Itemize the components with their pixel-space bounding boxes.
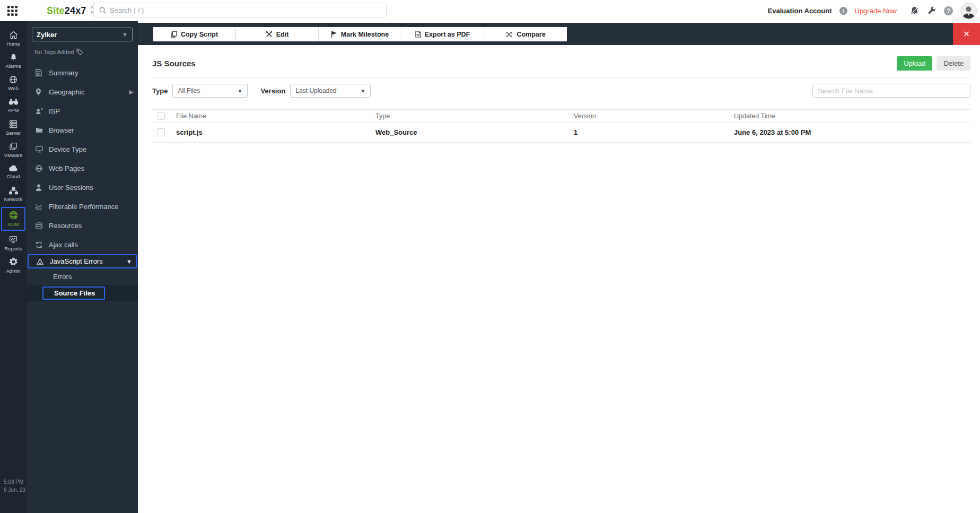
sidebar-subitem-source-files[interactable]: Source Files bbox=[27, 285, 138, 301]
rail-item-cloud[interactable]: Cloud bbox=[1, 161, 25, 183]
chevron-down-icon: ▼ bbox=[122, 31, 128, 38]
grid-dots-icon bbox=[7, 6, 18, 16]
version-filter-dropdown[interactable]: Last Uploaded ▼ bbox=[290, 84, 371, 98]
sidebar-item-label: Filterable Performance bbox=[49, 203, 119, 211]
delete-button[interactable]: Delete bbox=[937, 56, 970, 71]
mark-milestone-button[interactable]: Mark Milestone bbox=[319, 27, 401, 41]
rail-item-label: VMware bbox=[4, 152, 23, 158]
monitor-name: Zylker bbox=[37, 31, 57, 39]
global-search-input[interactable] bbox=[110, 6, 364, 14]
tools-wrench-icon[interactable] bbox=[927, 6, 937, 15]
page-header: JS Sources Upload Delete bbox=[152, 56, 970, 71]
upload-button[interactable]: Upload bbox=[897, 56, 932, 71]
module-rail: Home Alarms Web APM Server VMware Cloud bbox=[0, 21, 27, 513]
rail-item-rum[interactable]: RUM bbox=[1, 207, 25, 231]
sidebar-item-resources[interactable]: Resources bbox=[27, 216, 138, 235]
sidebar-item-label: ISP bbox=[49, 107, 60, 115]
toolbar-button-label: Edit bbox=[276, 31, 289, 38]
sidebar-item-ajax-calls[interactable]: Ajax calls bbox=[27, 235, 138, 254]
document-icon bbox=[36, 69, 43, 76]
select-all-checkbox[interactable] bbox=[157, 112, 165, 120]
rail-item-label: Reports bbox=[4, 246, 22, 251]
export-pdf-button[interactable]: Export as PDF bbox=[401, 27, 484, 41]
sidebar-item-label: Browser bbox=[49, 126, 74, 134]
rail-item-label: Network bbox=[4, 196, 23, 202]
rail-item-reports[interactable]: Reports bbox=[1, 232, 25, 254]
sidebar-item-label: Geographic bbox=[49, 88, 84, 96]
info-icon[interactable]: i bbox=[839, 7, 847, 15]
sidebar-item-device-type[interactable]: Device Type bbox=[27, 140, 138, 159]
type-filter-value: All Files bbox=[178, 87, 200, 94]
gear-icon bbox=[9, 257, 18, 266]
column-header-version: Version bbox=[574, 112, 734, 120]
edit-button[interactable]: Edit bbox=[236, 27, 319, 41]
rail-item-web[interactable]: Web bbox=[1, 72, 25, 94]
rail-item-apm[interactable]: APM bbox=[1, 94, 25, 116]
sidebar-item-label: Summary bbox=[49, 69, 78, 77]
rail-item-vmware[interactable]: VMware bbox=[1, 139, 25, 161]
upgrade-now-link[interactable]: Upgrade Now bbox=[855, 7, 897, 15]
sidebar-item-isp[interactable]: ISP bbox=[27, 101, 138, 120]
topbar-right-cluster: Evaluation Account i Upgrade Now ? bbox=[768, 0, 977, 21]
cloud-icon bbox=[8, 165, 18, 172]
content-area: Copy Script Edit Mark Milestone Export a… bbox=[138, 21, 980, 513]
sidebar-item-browser[interactable]: Browser bbox=[27, 120, 138, 140]
compare-button[interactable]: Compare bbox=[484, 27, 567, 41]
warning-triangle-icon bbox=[37, 258, 45, 265]
monitor-sidebar: Zylker ▼ No Tags Added Summary Geographi… bbox=[27, 21, 138, 513]
sidebar-subitem-errors[interactable]: Errors bbox=[27, 268, 138, 285]
chevron-right-icon: ▶ bbox=[129, 89, 134, 95]
cell-version: 1 bbox=[574, 128, 734, 136]
chevron-down-icon: ▼ bbox=[237, 88, 242, 94]
map-pin-icon bbox=[36, 88, 43, 95]
refresh-arrows-icon bbox=[36, 241, 43, 248]
rail-item-alarms[interactable]: Alarms bbox=[1, 50, 25, 72]
sidebar-item-summary[interactable]: Summary bbox=[27, 63, 138, 82]
tag-icon bbox=[76, 48, 83, 55]
user-avatar[interactable] bbox=[960, 3, 977, 19]
apps-grid-icon[interactable] bbox=[0, 6, 24, 16]
type-filter-dropdown[interactable]: All Files ▼ bbox=[172, 84, 248, 98]
rail-item-network[interactable]: Network bbox=[1, 184, 25, 205]
sidebar-item-web-pages[interactable]: Web Pages bbox=[27, 159, 138, 178]
notifications-bell-icon[interactable] bbox=[909, 6, 920, 16]
monitor-selector-dropdown[interactable]: Zylker ▼ bbox=[32, 28, 133, 41]
close-monitor-button[interactable]: ✕ bbox=[953, 23, 980, 45]
stack-icon bbox=[36, 222, 43, 229]
version-filter-label: Version bbox=[260, 87, 285, 95]
rail-item-admin[interactable]: Admin bbox=[1, 255, 25, 276]
monitor-toolbar: Copy Script Edit Mark Milestone Export a… bbox=[153, 27, 567, 41]
table-row[interactable]: script.js Web_Source 1 June 6, 2023 at 5… bbox=[152, 123, 970, 143]
sidebar-subitem-label: Source Files bbox=[42, 286, 105, 300]
copy-icon bbox=[171, 31, 177, 38]
sidebar-item-user-sessions[interactable]: User Sessions bbox=[27, 178, 138, 197]
layered-squares-icon bbox=[9, 142, 18, 151]
rail-item-home[interactable]: Home bbox=[1, 28, 25, 49]
sidebar-item-label: Device Type bbox=[49, 145, 86, 153]
rail-footer-clock: 5:03 PM 6 Jun, 23 bbox=[4, 478, 25, 494]
header-divider bbox=[152, 77, 970, 78]
home-icon bbox=[9, 31, 18, 39]
copy-script-button[interactable]: Copy Script bbox=[153, 27, 236, 41]
top-bar: Site24x7 Evaluation Account i Upgrade No… bbox=[0, 0, 980, 21]
row-checkbox[interactable] bbox=[157, 128, 165, 136]
rail-item-label: Home bbox=[6, 41, 20, 47]
pdf-document-icon bbox=[415, 31, 421, 38]
column-header-file-name: File Name bbox=[176, 112, 375, 120]
isp-icon bbox=[36, 108, 43, 115]
chevron-down-icon: ▼ bbox=[126, 258, 132, 265]
rail-item-server[interactable]: Server bbox=[1, 117, 25, 138]
logo-prefix: Site bbox=[47, 5, 65, 16]
sidebar-item-geographic[interactable]: Geographic ▶ bbox=[27, 82, 138, 101]
page-actions: Upload Delete bbox=[897, 56, 970, 71]
sidebar-item-label: JavaScript Errors bbox=[50, 257, 103, 265]
footer-date: 6 Jun, 23 bbox=[4, 486, 25, 494]
cell-updated-time: June 6, 2023 at 5:00 PM bbox=[734, 128, 970, 136]
file-name-search-input[interactable] bbox=[812, 84, 970, 98]
tags-row[interactable]: No Tags Added bbox=[34, 48, 138, 55]
sidebar-item-filterable-performance[interactable]: Filterable Performance bbox=[27, 197, 138, 216]
sidebar-item-javascript-errors[interactable]: JavaScript Errors ▼ bbox=[28, 254, 137, 268]
bell-icon bbox=[10, 53, 18, 62]
site24x7-logo[interactable]: Site24x7 bbox=[47, 5, 86, 16]
help-icon[interactable]: ? bbox=[944, 6, 953, 15]
